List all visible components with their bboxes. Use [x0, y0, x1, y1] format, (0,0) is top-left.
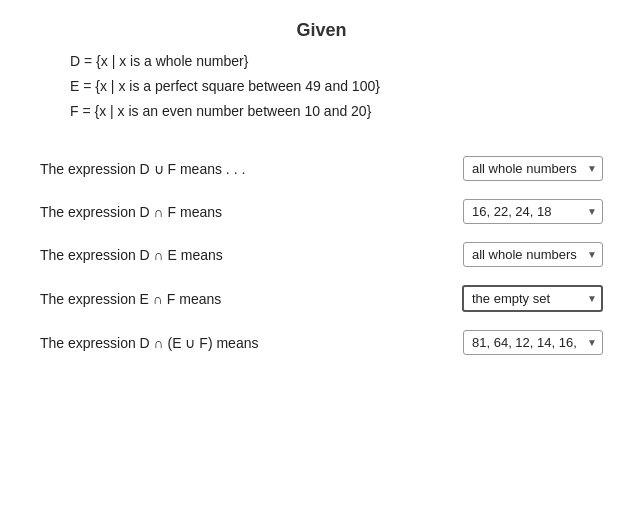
expression-row-1: The expression D ∩ F meansall whole numb…: [30, 199, 613, 224]
page-title: Given: [296, 20, 346, 41]
dropdown-select-2[interactable]: all whole numbers16, 22, 24, 18the empty…: [463, 242, 603, 267]
definition-e: E = {x | x is a perfect square between 4…: [70, 76, 613, 97]
expression-label-1: The expression D ∩ F means: [40, 204, 463, 220]
definitions-section: D = {x | x is a whole number} E = {x | x…: [30, 51, 613, 126]
expression-rows: The expression D ∪ F means . . .all whol…: [30, 156, 613, 355]
definition-f: F = {x | x is an even number between 10 …: [70, 101, 613, 122]
definition-d: D = {x | x is a whole number}: [70, 51, 613, 72]
dropdown-wrapper-3: all whole numbers16, 22, 24, 18the empty…: [462, 285, 603, 312]
dropdown-wrapper-0: all whole numbers16, 22, 24, 18the empty…: [463, 156, 603, 181]
dropdown-wrapper-4: all whole numbers16, 22, 24, 18the empty…: [463, 330, 603, 355]
expression-row-2: The expression D ∩ E meansall whole numb…: [30, 242, 613, 267]
dropdown-select-4[interactable]: all whole numbers16, 22, 24, 18the empty…: [463, 330, 603, 355]
dropdown-select-3[interactable]: all whole numbers16, 22, 24, 18the empty…: [462, 285, 603, 312]
expression-row-4: The expression D ∩ (E ∪ F) meansall whol…: [30, 330, 613, 355]
expression-row-0: The expression D ∪ F means . . .all whol…: [30, 156, 613, 181]
expression-label-3: The expression E ∩ F means: [40, 291, 462, 307]
dropdown-wrapper-1: all whole numbers16, 22, 24, 18the empty…: [463, 199, 603, 224]
expression-row-3: The expression E ∩ F meansall whole numb…: [30, 285, 613, 312]
dropdown-wrapper-2: all whole numbers16, 22, 24, 18the empty…: [463, 242, 603, 267]
expression-label-4: The expression D ∩ (E ∪ F) means: [40, 335, 463, 351]
expression-label-2: The expression D ∩ E means: [40, 247, 463, 263]
dropdown-select-0[interactable]: all whole numbers16, 22, 24, 18the empty…: [463, 156, 603, 181]
dropdown-select-1[interactable]: all whole numbers16, 22, 24, 18the empty…: [463, 199, 603, 224]
expression-label-0: The expression D ∪ F means . . .: [40, 161, 463, 177]
